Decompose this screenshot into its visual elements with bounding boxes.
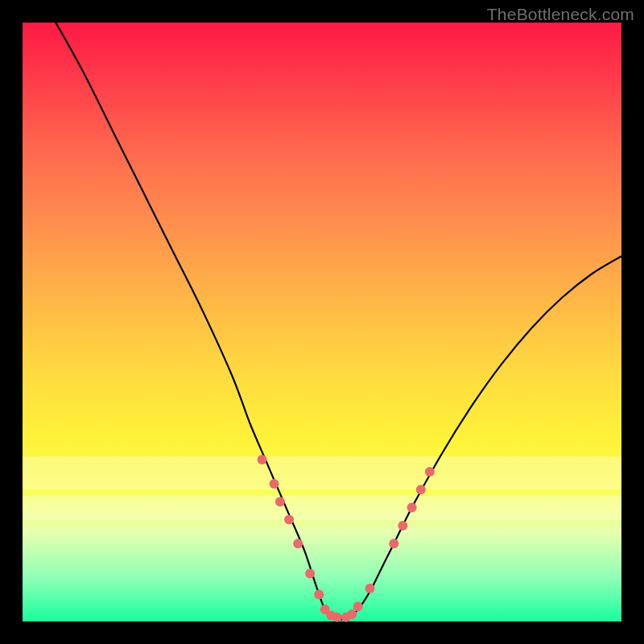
plot-area: [23, 23, 621, 621]
watermark-text: TheBottleneck.com: [487, 5, 634, 24]
curve-marker: [293, 539, 303, 548]
curve-marker: [353, 601, 363, 611]
curve-marker: [398, 521, 407, 530]
curve-marker: [258, 455, 267, 464]
curve-marker: [365, 584, 375, 593]
chart-svg: [23, 23, 621, 621]
curve-marker: [275, 497, 285, 506]
bottleneck-curve: [23, 0, 621, 620]
curve-marker: [347, 609, 357, 619]
curve-marker: [270, 479, 279, 489]
curve-marker: [407, 503, 417, 513]
curve-marker: [332, 613, 342, 622]
curve-marker: [389, 539, 398, 548]
marker-group: [258, 455, 435, 622]
curve-marker: [425, 467, 435, 477]
curve-marker: [284, 515, 294, 525]
curve-marker: [416, 485, 426, 494]
curve-marker: [305, 569, 315, 579]
curve-marker: [314, 590, 324, 600]
